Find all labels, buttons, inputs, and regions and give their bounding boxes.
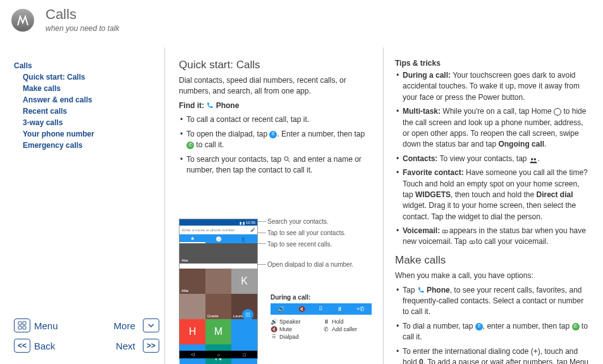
- next-button[interactable]: >>: [143, 339, 159, 353]
- call-icon: ✆: [186, 142, 194, 149]
- in-call-bar: 🔊 🔇 ⠿ ⏸ +✆: [271, 303, 372, 315]
- mute-icon: 🔇: [271, 326, 277, 332]
- quickstart-intro: Dial contacts, speed dial numbers, recen…: [179, 75, 373, 97]
- menu-button[interactable]: [14, 318, 30, 332]
- bullet-dialpad: To open the dialpad, tap ⠿. Enter a numb…: [179, 129, 373, 151]
- toc-section[interactable]: Calls: [14, 60, 159, 71]
- contact-tile[interactable]: Allie: [180, 269, 205, 294]
- contact-tile[interactable]: M: [205, 319, 231, 344]
- toc-item-make[interactable]: Make calls: [14, 83, 159, 94]
- toc-item-3way[interactable]: 3-way calls: [14, 117, 159, 128]
- svg-line-5: [288, 161, 290, 162]
- tab-recent[interactable]: 🕓: [205, 234, 231, 243]
- tip-during-call: During a call: Your touchscreen goes dar…: [395, 70, 589, 103]
- contact-tile-wide[interactable]: Abe: [180, 243, 257, 264]
- svg-point-7: [247, 313, 248, 314]
- callout-search: Search your contacts.: [267, 218, 329, 225]
- search-placeholder: Enter a name or phone number: [182, 228, 234, 232]
- svg-point-4: [284, 157, 288, 161]
- back-nav-icon[interactable]: ◁: [191, 352, 194, 357]
- svg-point-6: [246, 313, 247, 314]
- contact-tile[interactable]: Gracie: [205, 294, 231, 319]
- recent-nav-icon[interactable]: □: [243, 353, 245, 357]
- callout-contacts: Tap to see all your contacts.: [267, 229, 346, 236]
- contact-tile[interactable]: [231, 319, 257, 344]
- add-caller-icon: ✆: [323, 326, 329, 332]
- tips-heading: Tips & tricks: [395, 59, 589, 68]
- dialpad-icon: ⠿: [269, 131, 277, 138]
- call-icon: ✆: [572, 323, 580, 331]
- make-bullet-phone: Tap Phone, to see your recent calls, fav…: [395, 285, 589, 318]
- svg-point-16: [533, 158, 535, 160]
- svg-rect-0: [18, 322, 21, 325]
- toc-item-quickstart[interactable]: Quick start: Calls: [14, 71, 159, 83]
- android-navbar: ◁ ○ □: [180, 351, 257, 358]
- svg-point-10: [247, 314, 248, 315]
- phone-screenshot: Search your contacts. Tap to see all you…: [179, 210, 372, 359]
- speaker-bar-icon[interactable]: 🔊: [277, 306, 284, 312]
- battery-icon: ▮: [243, 221, 245, 225]
- phone-icon: [417, 286, 425, 294]
- phone-search-row[interactable]: Enter a name or phone number 🎤: [180, 226, 257, 234]
- svg-rect-1: [23, 322, 26, 325]
- svg-rect-2: [18, 326, 21, 329]
- toc-item-number[interactable]: Your phone number: [14, 128, 159, 140]
- toc-item-emergency[interactable]: Emergency calls: [14, 140, 159, 151]
- status-time: 12:36: [246, 221, 255, 224]
- speaker-icon: 🔊: [271, 318, 277, 325]
- status-bar: ▮ ▮ 12:36: [180, 219, 257, 226]
- phone-icon: [206, 102, 214, 109]
- tip-favorite: Favorite contact: Have someone you call …: [395, 167, 589, 222]
- motorola-logo: [11, 9, 34, 32]
- bullet-tap-contact: To call a contact or recent call, tap it…: [179, 114, 373, 125]
- contact-tile[interactable]: H: [180, 319, 205, 344]
- toc-item-answer[interactable]: Answer & end calls: [14, 94, 159, 106]
- make-bullet-intl: To enter the international dialing code …: [395, 346, 589, 364]
- hold-icon: ⏸: [323, 318, 329, 325]
- page-subtitle: when you need to talk: [46, 24, 119, 33]
- dialpad-fab[interactable]: [242, 309, 253, 320]
- find-it-line: Find it: Phone: [179, 100, 373, 111]
- tab-contacts[interactable]: 👥: [231, 234, 257, 243]
- find-it-value: Phone: [216, 101, 240, 110]
- contact-grid: Abe Allie K Gracie Lauren H M N: [180, 243, 257, 364]
- svg-point-12: [246, 316, 247, 317]
- callout-dialpad: Open dialpad to dial a number.: [267, 261, 353, 268]
- toc-item-recent[interactable]: Recent calls: [14, 106, 159, 117]
- chevron-down-icon: [147, 322, 155, 329]
- dialpad-legend-icon: ⠿: [271, 334, 277, 340]
- mic-icon: 🎤: [250, 228, 255, 232]
- voicemail-icon: ꝏ: [469, 238, 474, 247]
- page-title: Calls: [46, 6, 119, 23]
- add-bar-icon[interactable]: +✆: [356, 306, 365, 312]
- home-icon: [554, 108, 561, 116]
- svg-point-15: [531, 158, 533, 160]
- contact-tile[interactable]: K: [231, 269, 257, 294]
- find-it-label: Find it:: [179, 101, 204, 110]
- mute-bar-icon[interactable]: 🔇: [298, 306, 305, 312]
- tab-favorites[interactable]: ★: [180, 234, 205, 243]
- svg-point-11: [249, 314, 250, 315]
- svg-point-14: [249, 316, 250, 317]
- contact-tile[interactable]: [205, 269, 231, 294]
- logo-m-icon: [15, 13, 30, 28]
- more-label[interactable]: More: [114, 320, 135, 331]
- menu-label[interactable]: Menu: [34, 320, 110, 331]
- quickstart-heading: Quick start: Calls: [179, 59, 373, 71]
- signal-icon: ▮: [240, 221, 241, 225]
- back-label[interactable]: Back: [34, 341, 112, 351]
- table-of-contents: Calls Quick start: Calls Make calls Answ…: [14, 60, 159, 151]
- dialpad-icon: ⠿: [475, 323, 483, 331]
- home-nav-icon[interactable]: ○: [217, 353, 220, 357]
- svg-rect-3: [23, 326, 26, 329]
- tip-contacts: Contacts: To view your contacts, tap .: [395, 154, 589, 164]
- svg-point-9: [246, 314, 247, 315]
- dialpad-bar-icon[interactable]: ⠿: [319, 306, 323, 312]
- back-button[interactable]: <<: [14, 339, 30, 353]
- svg-point-8: [249, 313, 250, 314]
- contact-tile[interactable]: [180, 294, 205, 319]
- more-button[interactable]: [143, 318, 159, 332]
- make-bullet-dial: To dial a number, tap ⠿, enter a number,…: [395, 321, 589, 343]
- next-label[interactable]: Next: [116, 341, 135, 351]
- hold-bar-icon[interactable]: ⏸: [337, 306, 343, 312]
